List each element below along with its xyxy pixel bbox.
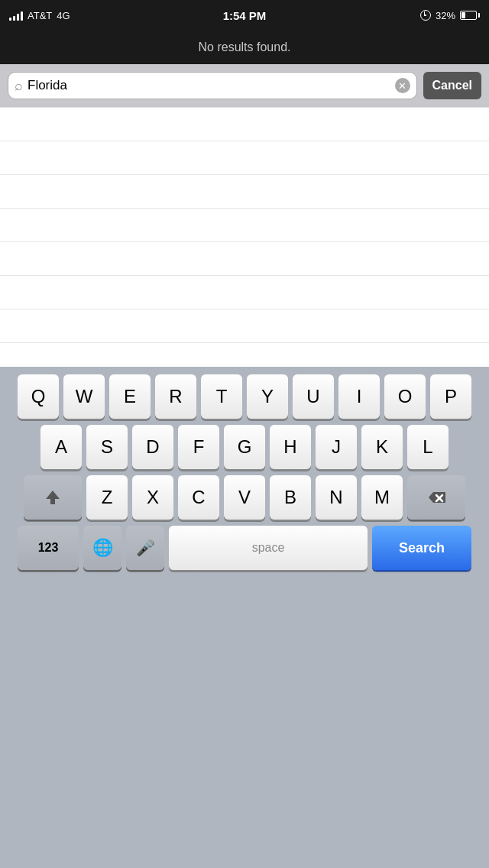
key-K[interactable]: K [361,425,403,469]
key-G[interactable]: G [224,425,265,469]
keyboard: Q W E R T Y U I O P A S D F G H J K L Z … [0,367,489,868]
search-clear-button[interactable]: ✕ [395,78,410,93]
key-microphone[interactable]: 🎤 [126,526,164,570]
key-M[interactable]: M [361,475,403,520]
key-R[interactable]: R [155,374,196,419]
shift-key[interactable] [24,475,82,520]
key-U[interactable]: U [293,374,334,419]
battery-percent: 32% [436,10,455,21]
list-row [0,175,489,209]
status-right: 32% [420,10,480,21]
no-results-text: No results found. [199,40,291,54]
key-T[interactable]: T [201,374,242,419]
signal-bars [9,10,23,21]
key-C[interactable]: C [178,475,219,520]
search-input-wrapper: ⌕ ✕ [8,72,417,99]
list-row [0,141,489,175]
key-O[interactable]: O [384,374,426,419]
keyboard-row-1: Q W E R T Y U I O P [0,374,489,419]
keyboard-row-4: 123 🌐 🎤 space Search [0,526,489,575]
key-X[interactable]: X [132,475,173,520]
battery-icon [460,11,480,20]
key-Y[interactable]: Y [247,374,288,419]
svg-marker-0 [46,491,60,504]
search-bar: ⌕ ✕ Cancel [0,64,489,107]
backspace-key[interactable] [407,475,465,520]
status-bar: AT&T 4G 1:54 PM 32% [0,0,489,31]
list-row [0,209,489,242]
key-I[interactable]: I [338,374,380,419]
keyboard-row-2: A S D F G H J K L [0,425,489,469]
key-F[interactable]: F [178,425,219,469]
key-A[interactable]: A [40,425,82,469]
key-L[interactable]: L [407,425,449,469]
key-search[interactable]: Search [372,526,471,570]
status-time: 1:54 PM [223,9,267,22]
list-row [0,108,489,141]
key-B[interactable]: B [270,475,311,520]
list-row [0,276,489,309]
key-P[interactable]: P [430,374,471,419]
results-area [0,107,489,367]
carrier-label: AT&T [28,10,52,21]
key-J[interactable]: J [316,425,357,469]
key-W[interactable]: W [63,374,105,419]
key-D[interactable]: D [132,425,173,469]
key-N[interactable]: N [316,475,357,520]
key-Z[interactable]: Z [86,475,128,520]
no-results-banner: No results found. [0,31,489,64]
list-row [0,309,489,343]
key-H[interactable]: H [270,425,311,469]
search-input[interactable] [28,78,390,93]
status-left: AT&T 4G [9,10,70,21]
key-V[interactable]: V [224,475,265,520]
key-123[interactable]: 123 [18,526,79,570]
key-globe[interactable]: 🌐 [83,526,121,570]
key-E[interactable]: E [109,374,151,419]
keyboard-row-3: Z X C V B N M [0,475,489,520]
search-magnifier-icon: ⌕ [15,78,23,94]
key-S[interactable]: S [86,425,128,469]
network-type: 4G [57,10,70,21]
key-Q[interactable]: Q [18,374,59,419]
cancel-button[interactable]: Cancel [423,72,481,99]
key-space[interactable]: space [169,526,368,570]
list-row [0,242,489,276]
clock-icon [420,10,431,21]
